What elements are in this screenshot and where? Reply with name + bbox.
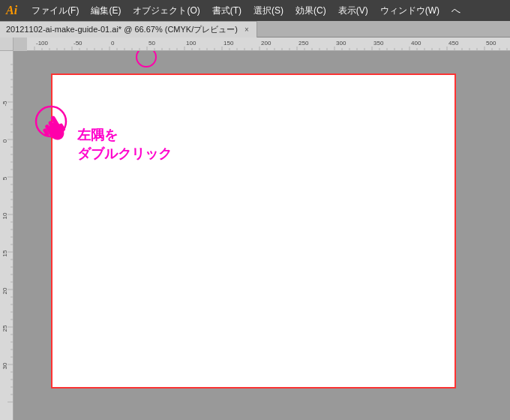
svg-text:150: 150 xyxy=(224,40,234,46)
menu-help[interactable]: へ xyxy=(446,2,466,20)
svg-text:0: 0 xyxy=(111,40,115,46)
svg-text:250: 250 xyxy=(298,40,309,46)
svg-text:200: 200 xyxy=(261,40,272,46)
menu-bar: Ai ファイル(F) 編集(E) オブジェクト(O) 書式(T) 選択(S) 効… xyxy=(0,0,510,21)
svg-text:300: 300 xyxy=(336,40,346,46)
svg-text:10: 10 xyxy=(2,212,8,219)
menu-view[interactable]: 表示(V) xyxy=(333,2,374,20)
ruler-left: -5 0 5 10 15 20 25 30 xyxy=(0,38,14,420)
tab-label: 20121102-ai-make-guide-01.ai* @ 66.67% (… xyxy=(6,24,238,35)
svg-text:20: 20 xyxy=(2,287,8,294)
ruler-top-svg: -100 -50 0 50 100 150 200 250 300 350 40… xyxy=(27,38,510,51)
ai-logo: Ai xyxy=(6,4,17,17)
svg-text:-5: -5 xyxy=(2,100,8,106)
menu-select[interactable]: 選択(S) xyxy=(248,2,289,20)
canvas-scroll[interactable]: 左隅を ダブルクリック xyxy=(14,51,510,420)
canvas-area[interactable]: -100 -50 0 50 100 150 200 250 300 350 40… xyxy=(14,38,510,420)
ruler-left-svg: -5 0 5 10 15 20 25 30 xyxy=(0,51,14,420)
tab-bar: 20121102-ai-make-guide-01.ai* @ 66.67% (… xyxy=(0,21,510,38)
svg-text:30: 30 xyxy=(2,362,8,369)
menu-window[interactable]: ウィンドウ(W) xyxy=(375,2,445,20)
ruler-corner[interactable] xyxy=(0,38,14,51)
ruler-top: -100 -50 0 50 100 150 200 250 300 350 40… xyxy=(27,38,510,51)
svg-text:-100: -100 xyxy=(36,40,49,46)
menu-object[interactable]: オブジェクト(O) xyxy=(128,2,205,20)
menu-effect[interactable]: 効果(C) xyxy=(290,2,332,20)
svg-rect-137 xyxy=(43,128,50,136)
svg-text:5: 5 xyxy=(2,176,8,180)
svg-text:15: 15 xyxy=(2,250,8,256)
svg-text:500: 500 xyxy=(486,40,496,46)
svg-text:100: 100 xyxy=(186,40,196,46)
artboard xyxy=(51,74,456,388)
document-tab[interactable]: 20121102-ai-make-guide-01.ai* @ 66.67% (… xyxy=(0,21,257,38)
workspace: -5 0 5 10 15 20 25 30 xyxy=(0,38,510,420)
svg-text:0: 0 xyxy=(2,139,8,142)
menu-file[interactable]: ファイル(F) xyxy=(26,2,84,20)
svg-text:400: 400 xyxy=(411,40,422,46)
svg-text:25: 25 xyxy=(2,325,8,332)
ruler-zero-circle xyxy=(136,51,157,68)
svg-text:350: 350 xyxy=(374,40,384,46)
svg-text:-50: -50 xyxy=(74,40,82,46)
menu-type[interactable]: 書式(T) xyxy=(207,2,247,20)
svg-text:450: 450 xyxy=(448,40,459,46)
tab-close-button[interactable]: × xyxy=(244,26,249,34)
menu-edit[interactable]: 編集(E) xyxy=(86,2,126,20)
svg-text:50: 50 xyxy=(148,40,155,46)
